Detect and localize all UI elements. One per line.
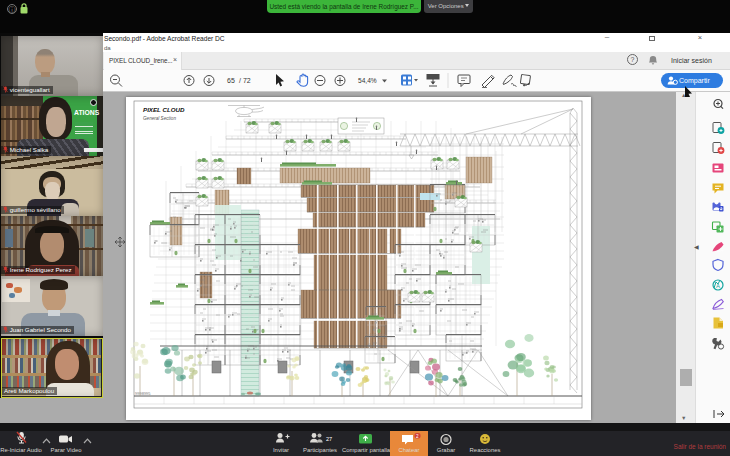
svg-text:27: 27 [326,436,332,442]
svg-text:General Section: General Section [143,116,176,121]
svg-text:9998995: 9998995 [135,391,151,396]
svg-text:PIXEL CLOUD: PIXEL CLOUD [143,106,185,113]
svg-text:54,4%: 54,4% [358,77,377,84]
svg-text:/ 72: / 72 [239,77,251,84]
svg-text:A: A [716,283,720,289]
svg-text:65: 65 [227,77,235,84]
svg-text:2: 2 [416,434,419,439]
